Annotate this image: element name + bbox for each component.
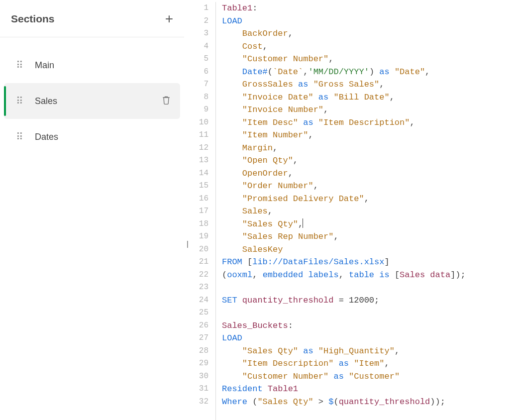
section-label: Sales	[35, 96, 57, 106]
text-cursor	[303, 218, 303, 228]
line-number: 21	[184, 256, 208, 269]
sidebar-header: Sections +	[0, 0, 184, 37]
code-line[interactable]: BackOrder,	[222, 27, 466, 40]
code-line[interactable]: "Customer Number",	[222, 53, 466, 66]
line-number: 19	[184, 230, 208, 243]
sidebar-collapse-handle[interactable]: ||	[187, 240, 187, 248]
section-item-sales[interactable]: Sales	[4, 83, 180, 119]
line-number: 10	[184, 116, 208, 129]
sections-sidebar: Sections + Main Sales Dat	[0, 0, 184, 420]
line-number: 28	[184, 345, 208, 358]
line-number: 29	[184, 357, 208, 370]
line-number: 12	[184, 142, 208, 155]
line-number: 2	[184, 15, 208, 28]
section-label: Dates	[35, 132, 58, 142]
code-line[interactable]: "Sales Qty",	[222, 218, 466, 231]
line-number: 1	[184, 2, 208, 15]
line-number: 8	[184, 91, 208, 104]
code-line[interactable]: Margin,	[222, 142, 466, 155]
code-line[interactable]: LOAD	[222, 332, 466, 345]
trash-icon	[161, 95, 171, 105]
line-number: 13	[184, 154, 208, 167]
line-number: 31	[184, 383, 208, 396]
code-line[interactable]: "Invoice Date" as "Bill Date",	[222, 91, 466, 104]
sidebar-title: Sections	[11, 13, 55, 25]
line-number: 17	[184, 205, 208, 218]
code-line[interactable]: Resident Table1	[222, 383, 466, 396]
code-line[interactable]: "Invoice Number",	[222, 104, 466, 116]
line-number: 32	[184, 396, 208, 409]
code-line[interactable]: "Promised Delivery Date",	[222, 193, 466, 206]
drag-handle-icon[interactable]	[16, 135, 22, 139]
code-line[interactable]: Date#(`Date`,'MM/DD/YYYY') as "Date",	[222, 66, 466, 79]
drag-handle-icon[interactable]	[16, 63, 22, 68]
section-item-dates[interactable]: Dates	[4, 119, 180, 155]
line-number: 14	[184, 167, 208, 180]
line-number: 11	[184, 129, 208, 142]
code-line[interactable]: SalesKey	[222, 243, 466, 256]
line-number: 15	[184, 180, 208, 193]
line-number: 16	[184, 193, 208, 206]
section-item-main[interactable]: Main	[4, 47, 180, 83]
line-number: 18	[184, 218, 208, 231]
sections-list: Main Sales Dates	[0, 37, 184, 155]
code-line[interactable]: SET quantity_threshold = 12000;	[222, 294, 466, 307]
line-number: 26	[184, 319, 208, 332]
line-number: 6	[184, 66, 208, 79]
code-area[interactable]: Table1:LOAD BackOrder, Cost, "Customer N…	[216, 2, 466, 420]
code-line[interactable]: OpenOrder,	[222, 167, 466, 180]
code-line[interactable]: Sales,	[222, 205, 466, 218]
line-number: 7	[184, 78, 208, 91]
code-line[interactable]	[222, 307, 466, 319]
plus-icon: +	[165, 11, 173, 26]
code-line[interactable]: FROM [lib://DataFiles/Sales.xlsx]	[222, 256, 466, 269]
code-line[interactable]: "Item Description" as "Item",	[222, 357, 466, 370]
code-line[interactable]: Table1:	[222, 2, 466, 15]
code-line[interactable]: (ooxml, embedded labels, table is [Sales…	[222, 269, 466, 282]
drag-handle-icon[interactable]	[16, 99, 22, 104]
code-line[interactable]: "Item Desc" as "Item Description",	[222, 116, 466, 129]
code-line[interactable]: "Open Qty",	[222, 154, 466, 167]
line-number: 4	[184, 40, 208, 53]
code-line[interactable]: "Sales Rep Number",	[222, 230, 466, 243]
section-label: Main	[35, 60, 54, 71]
line-number: 5	[184, 53, 208, 66]
line-number-gutter: 1234567891011121314151617181920212223242…	[184, 2, 216, 420]
code-line[interactable]: Cost,	[222, 40, 466, 53]
delete-section-button[interactable]	[161, 95, 171, 107]
code-line[interactable]: Where ("Sales Qty" > $(quantity_threshol…	[222, 396, 466, 409]
code-line[interactable]: LOAD	[222, 15, 466, 28]
line-number: 24	[184, 294, 208, 307]
code-line[interactable]: GrossSales as "Gross Sales",	[222, 78, 466, 91]
line-number: 22	[184, 269, 208, 282]
code-line[interactable]: "Order Number",	[222, 180, 466, 193]
line-number: 20	[184, 243, 208, 256]
code-line[interactable]: Sales_Buckets:	[222, 319, 466, 332]
line-number: 9	[184, 104, 208, 116]
script-editor[interactable]: 1234567891011121314151617181920212223242…	[184, 0, 516, 420]
code-line[interactable]	[222, 281, 466, 294]
add-section-button[interactable]: +	[165, 14, 173, 24]
code-line[interactable]: "Item Number",	[222, 129, 466, 142]
line-number: 30	[184, 370, 208, 383]
line-number: 25	[184, 307, 208, 319]
app-root: Sections + Main Sales Dat	[0, 0, 516, 420]
line-number: 23	[184, 281, 208, 294]
code-line[interactable]: "Customer Number" as "Customer"	[222, 370, 466, 383]
line-number: 3	[184, 27, 208, 40]
code-line[interactable]: "Sales Qty" as "High_Quantity",	[222, 345, 466, 358]
line-number: 27	[184, 332, 208, 345]
